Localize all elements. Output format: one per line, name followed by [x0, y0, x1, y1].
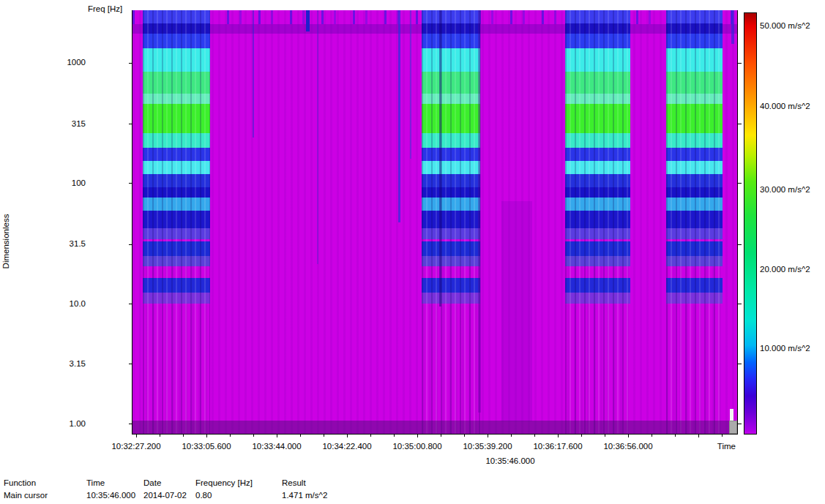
colorbar-tick-label: 10.000 m/s^2 — [760, 344, 810, 353]
right-axis-line — [737, 10, 738, 435]
cursor-row-function[interactable]: Main cursor — [4, 491, 48, 500]
x-axis-tick-label: 10:33:05.600 — [166, 442, 247, 451]
x-axis-tick — [558, 435, 559, 437]
band-striation-texture — [422, 10, 480, 434]
y-axis-tick-label: 3.15 — [42, 359, 86, 368]
freq-axis-title: Freq [Hz] — [88, 4, 122, 13]
spectrogram-transient-line — [478, 10, 481, 413]
table-header-time: Time — [86, 478, 105, 487]
x-axis-tick-label: 10:36:17.600 — [518, 442, 598, 451]
band-striation-texture — [143, 10, 210, 434]
x-axis-minor-tick — [652, 435, 652, 437]
x-axis-minor-tick — [394, 435, 395, 437]
x-axis-minor-tick — [675, 435, 676, 437]
x-axis-minor-tick — [324, 435, 324, 437]
spectrogram-transient-line — [398, 10, 400, 222]
x-axis-title: Time — [699, 442, 736, 451]
x-axis-tick-label: 10:36:56.000 — [588, 442, 668, 451]
y-axis-tick-right — [738, 124, 742, 124]
table-header-date: Date — [143, 478, 161, 487]
cursor-row-result: 1.471 m/s^2 — [282, 491, 327, 500]
y-axis-tick — [129, 63, 132, 64]
y-axis-tick — [129, 124, 132, 124]
colorbar-tick-label: 50.000 m/s^2 — [760, 21, 810, 30]
x-axis-minor-tick — [605, 435, 605, 437]
x-axis-minor-tick — [253, 435, 254, 437]
spectrogram-event-band-1 — [143, 10, 210, 434]
x-axis-minor-tick — [441, 435, 441, 437]
colorbar-tick-label: 40.000 m/s^2 — [760, 102, 810, 110]
y-axis-tick-right — [738, 63, 742, 64]
spectrogram-transient-line — [306, 10, 310, 31]
x-axis-tick-label: 10:35:00.800 — [377, 442, 458, 451]
x-axis-tick — [628, 435, 629, 437]
x-axis-tick — [698, 435, 699, 437]
x-axis-minor-tick — [464, 435, 465, 437]
colorbar-tick-label: 30.000 m/s^2 — [760, 185, 810, 194]
x-axis-tick-label: 10:32:27.200 — [96, 442, 176, 451]
spectrogram-transient-line — [501, 201, 532, 421]
spectrogram-transient-line — [253, 10, 254, 138]
x-axis-tick-label: 10:34:22.400 — [307, 442, 387, 451]
x-axis-minor-tick — [722, 435, 723, 437]
y-axis-tick — [129, 424, 132, 424]
cursor-time-label: 10:35:46.000 — [470, 456, 550, 465]
y-axis-tick-label: 1000 — [42, 58, 86, 67]
y-axis-tick-label: 31.5 — [42, 239, 86, 248]
spectrogram-transient-line — [731, 10, 734, 44]
y-axis-tick-right — [738, 364, 742, 364]
x-axis-tick — [488, 435, 488, 437]
x-axis-tick — [277, 435, 277, 437]
y-axis-tick-right — [738, 304, 742, 304]
x-axis-tick-label: 10:35:39.200 — [447, 442, 528, 451]
y-axis-tick-label: 100 — [42, 178, 86, 187]
plot-resize-handle[interactable] — [729, 421, 737, 434]
application-window: Freq [Hz] Dimensionless 100031510031.510… — [0, 0, 825, 504]
band-striation-texture — [666, 10, 723, 434]
cursor-row-time: 10:35:46.000 — [86, 491, 135, 500]
y-axis-tick — [129, 244, 132, 245]
y-axis-unit-label: Dimensionless — [1, 190, 10, 293]
y-axis-tick-right — [738, 424, 742, 424]
cursor-row-date: 2014-07-02 — [143, 491, 187, 500]
spectrogram-transient-line — [410, 10, 411, 159]
y-axis-tick-right — [738, 183, 742, 184]
y-axis-line — [132, 10, 132, 435]
y-axis-tick-right — [738, 244, 742, 245]
spectrogram-event-band-2 — [422, 10, 480, 434]
y-axis-tick — [129, 304, 132, 304]
x-axis-minor-tick — [511, 435, 512, 437]
x-axis-tick-label: 10:33:44.000 — [236, 442, 317, 451]
table-header-function: Function — [4, 478, 36, 487]
x-axis-tick — [136, 435, 137, 437]
y-axis-tick-label: 315 — [42, 119, 86, 128]
x-axis-line — [132, 434, 738, 435]
x-axis-tick — [206, 435, 207, 437]
spectrogram-bottom-band — [132, 421, 737, 434]
spectrogram-event-band-3 — [565, 10, 630, 434]
table-header-result: Result — [282, 478, 306, 487]
x-axis-minor-tick — [183, 435, 184, 437]
spectrogram-transient-line — [317, 10, 318, 264]
y-axis-tick-label: 1.00 — [42, 419, 86, 428]
x-axis-minor-tick — [370, 435, 371, 437]
x-axis-minor-tick — [534, 435, 535, 437]
x-axis-tick — [417, 435, 418, 437]
cursor-row-frequency: 0.80 — [195, 491, 212, 500]
x-axis-minor-tick — [300, 435, 301, 437]
y-axis-tick-label: 10.0 — [42, 299, 86, 308]
spectrogram-transient-line — [439, 10, 441, 306]
y-axis-tick — [129, 364, 132, 364]
colorbar-tick-label: 20.000 m/s^2 — [760, 265, 810, 274]
table-header-frequency: Frequency [Hz] — [195, 478, 253, 487]
spectrogram-event-band-4 — [666, 10, 723, 434]
colorbar — [744, 12, 757, 435]
x-axis-minor-tick — [160, 435, 160, 437]
spectrogram-plot-area[interactable] — [132, 10, 737, 434]
band-striation-texture — [565, 10, 630, 434]
x-axis-minor-tick — [230, 435, 231, 437]
x-axis-minor-tick — [581, 435, 582, 437]
y-axis-tick — [129, 183, 132, 184]
x-axis-tick — [347, 435, 348, 437]
